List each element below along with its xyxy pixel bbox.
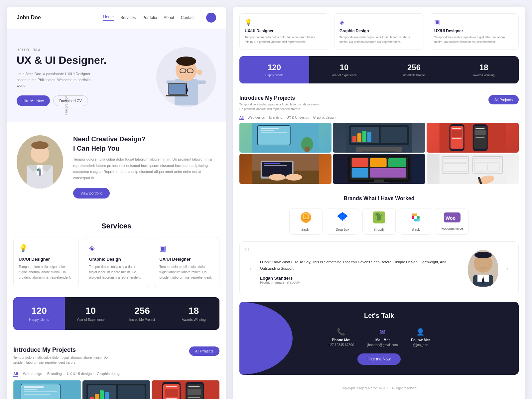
- svg-rect-26: [24, 386, 44, 388]
- slack-icon: [410, 211, 422, 226]
- testimonial-prev-button[interactable]: ‹: [248, 263, 253, 274]
- right-service-card-1: 💡 UX/UI Designer Tempor dolore nulla cul…: [239, 13, 329, 50]
- svg-point-3: [176, 57, 196, 66]
- zeplin-icon: [300, 211, 312, 226]
- logo: John Doe: [17, 15, 103, 21]
- zeplin-label: Zeplin: [301, 228, 310, 231]
- project-thumb-1[interactable]: [13, 380, 81, 399]
- right-project-thumb-1[interactable]: [239, 123, 332, 153]
- nav-link-about[interactable]: About: [164, 15, 174, 20]
- about-person-illustration: [17, 135, 63, 189]
- lets-talk-section: Let's Talk 📞 Phone Me: +27 12345 67890 ✉…: [239, 302, 519, 375]
- svg-rect-95: [261, 130, 274, 131]
- svg-rect-54: [188, 397, 200, 398]
- nav-link-portfolio[interactable]: Portfolio: [142, 15, 157, 20]
- svg-rect-104: [357, 133, 361, 142]
- svg-rect-10: [169, 84, 186, 94]
- service-card-3: ▣ UX/UI Designer Tempor dolore nulla cul…: [154, 237, 219, 287]
- svg-rect-137: [374, 180, 384, 182]
- right-service-name-2: Graphic Design: [339, 29, 419, 33]
- lets-talk-contacts: 📞 Phone Me: +27 12345 67890 ✉ Mail Me: j…: [249, 328, 509, 347]
- copyright: Copyright "Project Name" © 2021. All rig…: [233, 381, 525, 395]
- svg-rect-53: [188, 389, 201, 395]
- filter-graphic[interactable]: Graphic design: [97, 372, 121, 377]
- contact-phone-value: +27 12345 67890: [328, 343, 354, 347]
- svg-rect-8: [197, 80, 206, 84]
- svg-rect-132: [352, 158, 368, 167]
- contact-phone-label: Phone Me:: [328, 338, 354, 342]
- svg-rect-164: [414, 213, 417, 216]
- project-thumb-2[interactable]: [82, 380, 150, 399]
- lets-talk-title: Let's Talk: [249, 312, 509, 320]
- stat-projects: 256 Incredible Project: [116, 297, 168, 330]
- right-stat-3: 256 Incredible Project: [379, 56, 449, 83]
- project-thumb-3[interactable]: [152, 380, 219, 399]
- nav-link-services[interactable]: Services: [120, 15, 136, 20]
- service-name-1: UX/UI Designer: [19, 257, 73, 262]
- service-desc-1: Tempor dolore nulla culpa dolor fugiat l…: [19, 264, 73, 280]
- svg-rect-103: [352, 136, 356, 142]
- nav-link-contact[interactable]: Contact: [181, 15, 195, 20]
- right-stat-lbl-4: Awards Winning: [452, 73, 515, 77]
- stat-label-3: Incredible Project: [121, 318, 163, 322]
- svg-point-151: [304, 214, 308, 218]
- svg-rect-162: [414, 219, 417, 221]
- svg-rect-163: [417, 219, 420, 221]
- right-panel: 💡 UX/UI Designer Tempor dolore nulla cul…: [233, 7, 525, 399]
- quote-icon: ": [245, 245, 249, 260]
- testimonial-section: ‹ " I Don't Know What Else To Say, This …: [239, 241, 519, 295]
- filter-all[interactable]: All: [13, 372, 18, 377]
- testimonial-text: I Don't Know What Else To Say, This Is S…: [260, 259, 462, 271]
- hire-now-button[interactable]: Hire me Now: [357, 353, 400, 365]
- right-project-thumb-5[interactable]: [333, 154, 425, 184]
- testimonial-next-button[interactable]: ›: [505, 263, 510, 274]
- hire-me-button[interactable]: Hire Me Now: [17, 95, 50, 106]
- avatar[interactable]: [206, 13, 216, 23]
- filter-web[interactable]: Web design: [23, 372, 42, 377]
- about-title: Need Creative Design?: [73, 135, 216, 143]
- testimonial-avatar: [468, 250, 498, 287]
- contact-email-label: Mail Me:: [367, 338, 398, 342]
- right-all-projects-button[interactable]: All Projects: [488, 95, 519, 104]
- right-project-thumb-2[interactable]: [333, 123, 425, 153]
- right-stat-num-4: 18: [452, 63, 515, 72]
- service-name-2: Graphic Design: [89, 257, 144, 262]
- service-desc-2: Tempor dolore nulla culpa dolor fugiat l…: [89, 264, 144, 280]
- hero-section: HELLO, I'M A UX & UI Designer. I'm a Joh…: [7, 29, 226, 122]
- right-stat-num-3: 256: [382, 63, 446, 72]
- svg-rect-113: [451, 130, 462, 137]
- svg-point-19: [31, 141, 49, 149]
- right-filter-branding[interactable]: Branding: [269, 116, 282, 120]
- right-layout-icon: ▣: [434, 19, 513, 26]
- right-filter-tabs: All Web design Branding UX & UI design G…: [233, 113, 525, 123]
- all-projects-button[interactable]: All Projects: [189, 346, 219, 356]
- svg-rect-106: [367, 132, 371, 142]
- filter-ux[interactable]: UX & UI design: [67, 372, 92, 377]
- view-portfolio-button[interactable]: View portfolio: [73, 188, 110, 199]
- contact-social-label: Follow Me:: [411, 338, 430, 342]
- right-project-thumb-6[interactable]: [427, 154, 519, 184]
- nav-links: Home Services Portfolio About Contact: [103, 13, 216, 23]
- right-service-desc-3: Tempor dolore nulla culpa dolor fugiat l…: [434, 35, 513, 44]
- right-filter-graphic[interactable]: Graphic design: [313, 116, 335, 120]
- svg-rect-38: [100, 390, 104, 399]
- svg-rect-93: [258, 126, 290, 145]
- right-project-thumb-3[interactable]: [427, 123, 519, 153]
- stat-label-4: Awards Winning: [173, 318, 214, 322]
- nav-link-home[interactable]: Home: [103, 15, 114, 21]
- service-card-2: ◈ Graphic Design Tempor dolore nulla cul…: [84, 237, 149, 287]
- right-filter-ux[interactable]: UX & UI design: [286, 116, 309, 120]
- projects-desc: Tempor dolore nulla culpa dolor fugiat l…: [13, 355, 113, 365]
- right-filter-all[interactable]: All: [239, 116, 244, 120]
- stat-number-4: 18: [173, 306, 214, 316]
- svg-rect-98: [305, 147, 310, 152]
- svg-rect-134: [388, 158, 406, 167]
- right-filter-web[interactable]: Web design: [248, 116, 265, 120]
- right-stat-lbl-2: Year of Experience: [313, 73, 376, 77]
- right-project-thumb-4[interactable]: [239, 154, 332, 184]
- svg-rect-160: [417, 216, 420, 219]
- download-cv-button[interactable]: Download CV: [53, 95, 88, 106]
- contact-social: 👤 Follow Me: @jon_doe: [411, 328, 430, 347]
- filter-branding[interactable]: Branding: [47, 372, 62, 377]
- brand-woocommerce: Woo woocommerce: [436, 208, 469, 235]
